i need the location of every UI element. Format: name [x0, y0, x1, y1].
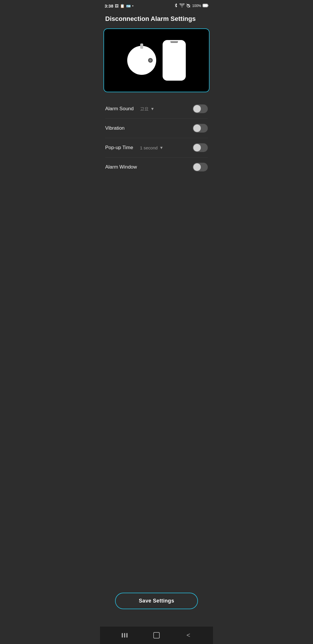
content-area: Disconnection Alarm Settings Alarm Sound… — [100, 10, 213, 644]
watch-dot — [149, 59, 152, 61]
save-settings-button[interactable]: Save Settings — [115, 593, 198, 609]
alarm-off-icon — [186, 3, 191, 9]
vibration-row: Vibration — [105, 119, 208, 138]
alarm-sound-toggle-container — [193, 104, 208, 113]
wifi-icon — [179, 3, 185, 8]
svg-rect-5 — [203, 4, 208, 7]
home-button[interactable] — [149, 629, 164, 641]
dot-icon: • — [132, 4, 134, 8]
nav-line-1 — [122, 633, 123, 638]
alarm-sound-toggle[interactable] — [193, 104, 208, 113]
battery-percent: 100% — [192, 4, 201, 8]
nav-line-3 — [126, 633, 128, 638]
popup-time-toggle[interactable] — [193, 143, 208, 152]
phone-notch — [170, 41, 178, 43]
back-icon: < — [187, 632, 190, 639]
vibration-toggle-knob — [193, 124, 201, 132]
battery-icon — [203, 4, 208, 8]
alarm-window-toggle-knob — [193, 163, 201, 171]
back-button[interactable]: < — [181, 629, 196, 641]
preview-illustration — [103, 28, 210, 92]
vibration-label: Vibration — [105, 125, 140, 131]
popup-time-row: Pop-up Time 1 second ▼ — [105, 138, 208, 158]
clipboard-icon: 📋 — [120, 4, 125, 8]
vibration-toggle[interactable] — [193, 124, 208, 133]
watch-crown — [140, 44, 143, 49]
alarm-window-toggle[interactable] — [193, 163, 208, 171]
alarm-window-label: Alarm Window — [105, 164, 140, 170]
alarm-sound-selector[interactable]: 고요 ▼ — [140, 106, 193, 112]
alarm-window-toggle-container — [193, 163, 208, 171]
sim-icon: 🪪 — [126, 4, 131, 8]
page-title: Disconnection Alarm Settings — [100, 10, 213, 28]
status-time: 3:38 — [105, 3, 113, 8]
svg-point-0 — [182, 6, 182, 7]
svg-rect-6 — [208, 5, 208, 6]
alarm-sound-toggle-knob — [193, 105, 201, 113]
photo-icon: 🖼 — [115, 4, 119, 8]
alarm-sound-row: Alarm Sound 고요 ▼ — [105, 99, 208, 119]
status-left: 3:38 🖼 📋 🪪 • — [105, 3, 134, 8]
alarm-sound-value: 고요 — [140, 106, 149, 112]
alarm-sound-dropdown-arrow[interactable]: ▼ — [150, 106, 154, 111]
popup-time-value: 1 second — [140, 145, 158, 150]
settings-list: Alarm Sound 고요 ▼ Vibration Pop-up Time — [100, 99, 213, 177]
save-button-container: Save Settings — [100, 581, 213, 615]
home-icon — [153, 632, 160, 638]
popup-time-dropdown-arrow[interactable]: ▼ — [159, 145, 163, 150]
bottom-navigation: < — [100, 627, 213, 644]
watch-face-icon — [148, 58, 153, 63]
recent-apps-icon — [122, 633, 128, 638]
popup-time-toggle-knob — [193, 144, 201, 151]
popup-time-selector[interactable]: 1 second ▼ — [140, 145, 193, 150]
vibration-toggle-container — [193, 124, 208, 133]
phone-device — [163, 40, 186, 81]
recent-apps-button[interactable] — [117, 629, 132, 641]
status-bar: 3:38 🖼 📋 🪪 • 100% — [100, 0, 213, 10]
nav-line-2 — [124, 633, 125, 638]
bluetooth-icon — [174, 3, 178, 9]
status-right: 100% — [174, 3, 208, 9]
alarm-window-row: Alarm Window — [105, 158, 208, 177]
alarm-sound-label: Alarm Sound — [105, 106, 140, 112]
popup-time-label: Pop-up Time — [105, 145, 140, 151]
watch-device — [127, 46, 156, 75]
popup-time-toggle-container — [193, 143, 208, 152]
